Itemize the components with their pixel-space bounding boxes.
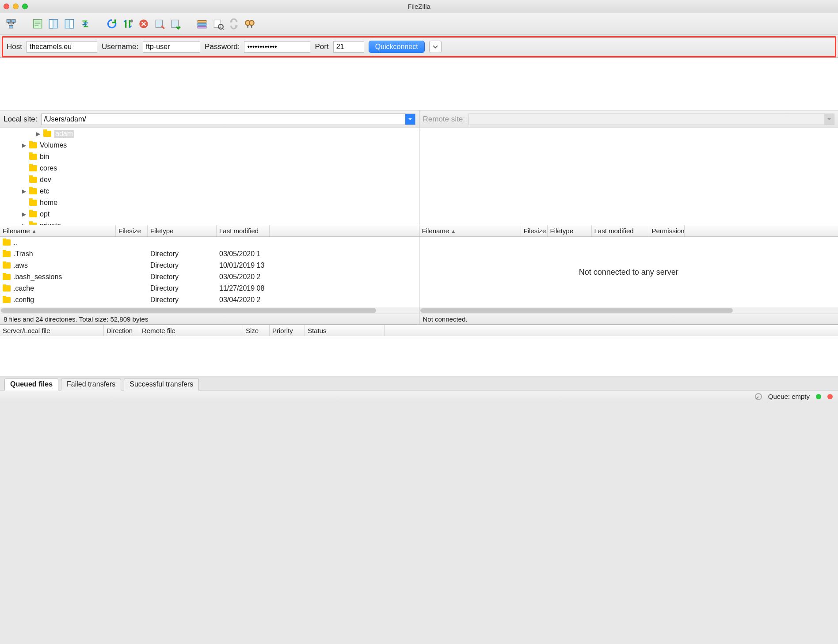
quickconnect-button[interactable]: Quickconnect <box>369 41 425 53</box>
activity-led-green <box>816 394 821 399</box>
file-name: .Trash <box>13 250 33 258</box>
port-input[interactable] <box>333 41 364 53</box>
tree-item[interactable]: ▶etc <box>0 186 419 197</box>
tab-successful-transfers[interactable]: Successful transfers <box>124 379 199 390</box>
sync-browse-icon[interactable] <box>227 17 240 30</box>
local-file-header[interactable]: Filename▲ Filesize Filetype Last modifie… <box>0 225 419 237</box>
tree-item[interactable]: ▶private <box>0 220 419 225</box>
col-direction[interactable]: Direction <box>104 325 139 336</box>
file-row[interactable]: .. <box>0 237 419 248</box>
remote-site-combo <box>469 114 834 125</box>
folder-icon <box>3 285 11 292</box>
tab-failed-transfers[interactable]: Failed transfers <box>61 379 121 390</box>
svg-rect-5 <box>49 19 53 28</box>
remote-directory-tree <box>419 128 838 225</box>
remote-site-bar: Remote site: <box>419 110 838 128</box>
col-filetype[interactable]: Filetype <box>548 225 592 236</box>
local-directory-tree[interactable]: ▶adam▶Volumesbincoresdev▶etchome▶opt▶pri… <box>0 128 419 225</box>
queue-header[interactable]: Server/Local file Direction Remote file … <box>0 325 838 336</box>
file-row[interactable]: .cacheDirectory11/27/2019 08 <box>0 283 419 294</box>
file-row[interactable]: .awsDirectory10/01/2019 13 <box>0 260 419 271</box>
local-site-combo[interactable] <box>41 114 415 125</box>
refresh-icon[interactable] <box>105 17 118 30</box>
reconnect-icon[interactable] <box>169 17 182 30</box>
col-remote[interactable]: Remote file <box>139 325 243 336</box>
password-input[interactable] <box>244 41 310 53</box>
file-row[interactable]: .TrashDirectory03/05/2020 1 <box>0 248 419 260</box>
expander-icon[interactable]: ▶ <box>35 131 41 137</box>
file-name: .config <box>13 296 34 304</box>
folder-icon <box>3 297 11 303</box>
toggle-remote-tree-icon[interactable] <box>63 17 76 30</box>
queue-body[interactable] <box>0 336 838 376</box>
remote-hscrollbar[interactable] <box>419 307 838 314</box>
col-filesize[interactable]: Filesize <box>116 225 148 236</box>
expander-icon[interactable]: ▶ <box>21 211 27 217</box>
username-input[interactable] <box>143 41 200 53</box>
local-file-list[interactable]: ...TrashDirectory03/05/2020 1.awsDirecto… <box>0 237 419 307</box>
speed-gauge-icon[interactable] <box>755 393 762 400</box>
maximize-window-button[interactable] <box>22 4 28 9</box>
col-filename[interactable]: Filename▲ <box>419 225 521 236</box>
remote-site-label: Remote site: <box>423 115 465 124</box>
host-input[interactable] <box>27 41 97 53</box>
expander-icon[interactable]: ▶ <box>21 142 27 148</box>
tree-item[interactable]: ▶adam <box>0 128 419 140</box>
local-status: 8 files and 24 directories. Total size: … <box>0 314 419 324</box>
tree-item-label: opt <box>40 210 50 218</box>
file-name: .cache <box>13 284 34 292</box>
search-icon[interactable] <box>243 17 256 30</box>
tree-item[interactable]: bin <box>0 151 419 163</box>
process-queue-icon[interactable] <box>121 17 134 30</box>
file-row[interactable]: .configDirectory03/04/2020 2 <box>0 294 419 306</box>
local-site-input[interactable] <box>42 114 405 124</box>
tab-queued-files[interactable]: Queued files <box>4 379 58 390</box>
quickconnect-history-dropdown[interactable] <box>429 41 442 53</box>
col-filesize[interactable]: Filesize <box>521 225 548 236</box>
tree-item[interactable]: ▶Volumes <box>0 140 419 151</box>
svg-rect-0 <box>7 19 11 23</box>
col-permission[interactable]: Permission <box>649 225 685 236</box>
col-size[interactable]: Size <box>243 325 270 336</box>
cancel-icon[interactable] <box>137 17 150 30</box>
minimize-window-button[interactable] <box>13 4 19 9</box>
tree-item[interactable]: home <box>0 197 419 208</box>
directory-compare-icon[interactable] <box>211 17 225 30</box>
folder-icon <box>29 200 37 206</box>
quickconnect-highlight: Host Username: Password: Port Quickconne… <box>2 36 836 57</box>
message-log[interactable] <box>0 57 838 110</box>
folder-icon <box>29 177 37 183</box>
col-priority[interactable]: Priority <box>270 325 305 336</box>
local-hscrollbar[interactable] <box>0 307 419 314</box>
remote-status: Not connected. <box>419 314 838 324</box>
disconnect-icon[interactable] <box>153 17 166 30</box>
col-lastmod[interactable]: Last modified <box>592 225 649 236</box>
close-window-button[interactable] <box>4 4 9 9</box>
col-status[interactable]: Status <box>305 325 385 336</box>
port-label: Port <box>315 42 328 51</box>
tree-item-label: adam <box>54 130 74 138</box>
username-label: Username: <box>102 42 138 51</box>
folder-icon <box>3 262 11 269</box>
toggle-local-tree-icon[interactable] <box>47 17 60 30</box>
toggle-log-icon[interactable] <box>31 17 44 30</box>
file-row[interactable]: .bash_sessionsDirectory03/05/2020 2 <box>0 271 419 283</box>
filter-icon[interactable] <box>195 17 209 30</box>
col-server[interactable]: Server/Local file <box>0 325 104 336</box>
site-manager-icon[interactable] <box>4 17 18 30</box>
tree-item-label: cores <box>40 164 57 172</box>
local-site-dropdown[interactable] <box>405 114 415 125</box>
tree-item[interactable]: dev <box>0 174 419 186</box>
expander-icon[interactable]: ▶ <box>21 188 27 194</box>
tree-item[interactable]: ▶opt <box>0 208 419 220</box>
col-filename[interactable]: Filename▲ <box>0 225 116 236</box>
toggle-queue-icon[interactable] <box>79 17 92 30</box>
svg-rect-15 <box>214 20 221 27</box>
expander-icon[interactable]: ▶ <box>21 223 27 225</box>
col-lastmod[interactable]: Last modified <box>217 225 270 236</box>
remote-pane: Remote site: Filename▲ Filesize Filetype… <box>419 110 838 324</box>
col-filetype[interactable]: Filetype <box>148 225 217 236</box>
folder-icon <box>43 131 51 137</box>
tree-item[interactable]: cores <box>0 163 419 174</box>
remote-file-header[interactable]: Filename▲ Filesize Filetype Last modifie… <box>419 225 838 237</box>
